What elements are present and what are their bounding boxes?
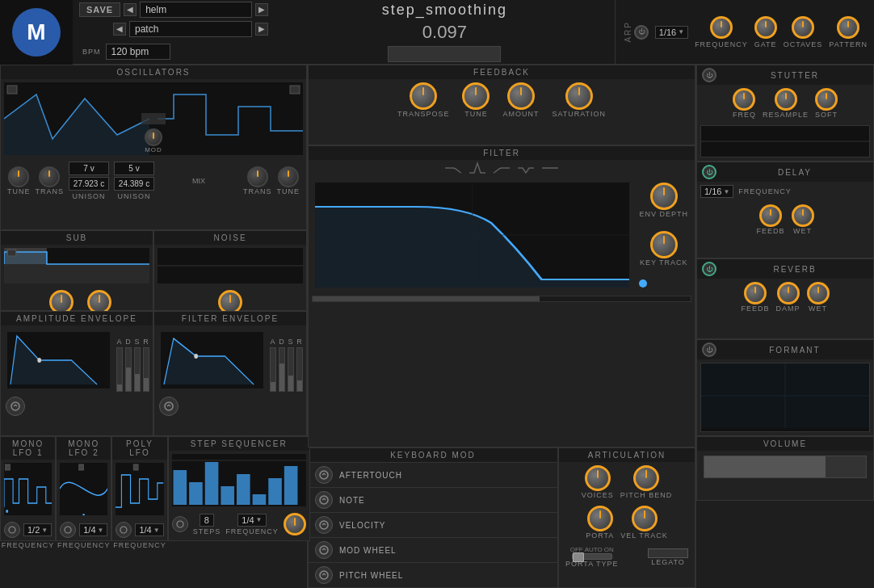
svg-rect-3 (4, 264, 149, 284)
preset-top-next-button[interactable]: ▶ (255, 3, 268, 16)
preset-top-name: helm (140, 2, 252, 18)
arp-gate-knob[interactable] (754, 16, 777, 39)
kbd-velocity-toggle[interactable] (315, 516, 333, 534)
preset-name[interactable]: patch (129, 21, 252, 37)
step-seq-knob[interactable] (284, 513, 306, 536)
feedback-transpose-knob[interactable] (410, 82, 437, 110)
lfo2-mode-button[interactable] (60, 522, 76, 538)
osc-unison-left-cents[interactable]: 27.923 c (69, 177, 109, 191)
osc-unison-left-display[interactable]: 7 v (69, 162, 109, 175)
reverb-wet-knob[interactable] (807, 282, 830, 304)
kbd-pitch-wheel-toggle[interactable] (315, 566, 333, 584)
filter-scrollbar[interactable] (312, 296, 691, 302)
articulation-voices-knob[interactable] (585, 465, 611, 491)
lfo1-frequency-selector[interactable]: 1/2 ▼ (23, 523, 52, 536)
filter-env-mode-button[interactable] (159, 397, 179, 416)
reverb-power-button[interactable]: ⏻ (702, 262, 716, 276)
svg-point-21 (65, 527, 71, 533)
feedback-tune-knob[interactable] (462, 82, 490, 110)
preset-down-button[interactable]: ◀ (113, 23, 126, 36)
delay-feedb-label: FEEDB (756, 227, 784, 235)
kbd-aftertouch-toggle[interactable] (315, 466, 333, 484)
osc-trans-right-knob[interactable] (247, 166, 268, 187)
arp-octaves-knob-container: OCTAVES (784, 16, 823, 48)
legato-slider[interactable] (648, 548, 688, 558)
articulation-porta-knob[interactable] (587, 506, 613, 531)
amp-env-decay-slider[interactable]: D (125, 338, 132, 392)
articulation-vel-track-container: VEL TRACK (620, 506, 668, 540)
reverb-damp-knob[interactable] (777, 282, 800, 304)
stutter-title: STUTTER (721, 71, 868, 80)
delay-feedb-knob[interactable] (759, 204, 782, 227)
delay-power-button[interactable]: ⏻ (702, 165, 716, 179)
stutter-freq-knob[interactable] (733, 88, 755, 111)
filter-type-highpass[interactable] (492, 162, 511, 174)
reverb-feedb-knob[interactable] (744, 282, 767, 304)
lfo1-mode-button[interactable] (4, 522, 20, 538)
filter-env-display (161, 332, 263, 388)
amp-env-release-slider[interactable]: R (143, 338, 149, 392)
poly-lfo-mode-button[interactable] (116, 522, 132, 538)
filter-type-all[interactable] (540, 162, 560, 174)
preset-up-button[interactable]: ◀ (124, 3, 137, 16)
filter-key-track-knob[interactable] (650, 231, 678, 258)
formant-power-button[interactable]: ⏻ (702, 342, 716, 357)
osc-unison-right-display[interactable]: 5 v (114, 162, 154, 175)
lfo1-freq-value: 1/2 (27, 525, 40, 535)
osc-tune-left-knob[interactable] (8, 166, 29, 187)
filter-type-bandpass[interactable] (468, 162, 487, 174)
logo-area: M (0, 0, 73, 65)
kbd-mod-wheel-row: MOD WHEEL (309, 537, 557, 562)
noise-title: NOISE (154, 231, 306, 245)
step-seq-steps-value[interactable]: 8 (200, 514, 214, 527)
filter-env-sustain-slider[interactable]: S (288, 338, 294, 392)
step-seq-frequency-selector[interactable]: 1/4 ▼ (237, 514, 266, 527)
arp-octaves-knob[interactable] (792, 16, 814, 39)
bpm-label: BPM (82, 48, 101, 56)
osc-unison-right-cents[interactable]: 24.389 c (114, 177, 154, 191)
filter-env-attack-slider[interactable]: A (270, 338, 276, 392)
save-button[interactable]: SAVE (79, 2, 120, 17)
bpm-input[interactable] (106, 44, 170, 60)
osc-trans-left-knob[interactable] (39, 166, 60, 187)
arp-pattern-knob[interactable] (837, 16, 859, 39)
lfo2-frequency-selector[interactable]: 1/4 ▼ (79, 523, 107, 536)
formant-section: ⏻ FORMANT (696, 339, 874, 436)
arp-frequency-knob[interactable] (710, 16, 733, 39)
filter-section: FILTER (308, 145, 695, 447)
stutter-soft-knob[interactable] (815, 88, 838, 111)
stutter-resample-knob[interactable] (775, 88, 797, 111)
feedback-tune-label: TUNE (464, 110, 488, 118)
porta-type-slider[interactable] (572, 553, 612, 560)
feedback-saturation-knob[interactable] (565, 82, 593, 110)
articulation-pitch-bend-knob[interactable] (633, 465, 659, 491)
reverb-damp-label: DAMP (776, 304, 800, 313)
delay-frequency-selector[interactable]: 1/16 ▼ (700, 185, 733, 198)
articulation-vel-track-knob[interactable] (632, 506, 658, 531)
osc-mod-knob[interactable] (145, 128, 162, 146)
step-seq-mode-button[interactable] (172, 516, 188, 532)
poly-lfo-frequency-selector[interactable]: 1/4 ▼ (135, 523, 163, 536)
arp-power-button[interactable]: ⏻ (634, 25, 649, 40)
amp-env-sustain-slider[interactable]: S (134, 338, 141, 392)
preset-next-button[interactable]: ▶ (255, 23, 268, 36)
kbd-note-toggle[interactable] (315, 491, 333, 509)
osc-tune-right-knob[interactable] (278, 166, 299, 187)
filter-env-decay-slider[interactable]: D (279, 338, 285, 392)
stutter-soft-container: SOFT (815, 88, 838, 119)
reverb-feedb-label: FEEDB (741, 304, 769, 313)
feedback-amount-knob[interactable] (507, 82, 535, 110)
filter-env-release-slider[interactable]: R (296, 338, 303, 392)
kbd-mod-wheel-toggle[interactable] (315, 541, 333, 559)
stutter-power-button[interactable]: ⏻ (702, 68, 716, 82)
step-seq-display (172, 454, 306, 506)
filter-env-depth-knob[interactable] (650, 183, 678, 210)
delay-wet-knob[interactable] (792, 204, 814, 227)
osc-trans-right-container: TRANS (243, 166, 272, 195)
filter-type-lowpass[interactable] (443, 162, 463, 174)
arp-frequency-selector[interactable]: 1/16 ▼ (655, 26, 688, 39)
amp-env-mode-button[interactable] (6, 397, 25, 416)
filter-type-notch[interactable] (516, 162, 536, 174)
amp-env-attack-slider[interactable]: A (116, 338, 123, 392)
volume-slider[interactable] (704, 456, 867, 478)
